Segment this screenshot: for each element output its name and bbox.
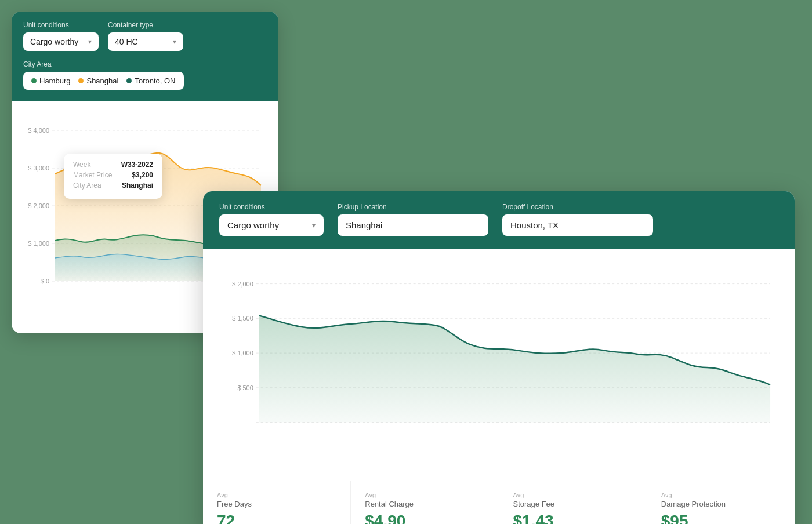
svg-text:$ 4,000: $ 4,000 (28, 127, 49, 134)
dropoff-location-label: Dropoff Location (502, 203, 653, 211)
tooltip-city-row: City Area Shanghai (73, 181, 153, 190)
city-pill-hamburg: Hamburg (31, 77, 70, 85)
svg-text:$ 500: $ 500 (237, 384, 253, 391)
stat-damage-protection: Avg Damage Protection $95 (647, 481, 795, 524)
stat-storage-fee-value: $1.43 (513, 512, 633, 524)
front-unit-conditions-filter: Unit conditions Cargo worthy ▾ (219, 203, 324, 236)
tooltip-city-label: City Area (73, 181, 102, 190)
dropoff-location-value: Houston, TX (510, 220, 559, 230)
front-unit-conditions-select[interactable]: Cargo worthy ▾ (219, 214, 324, 236)
container-type-select[interactable]: 40 HC ▾ (108, 32, 183, 51)
unit-conditions-select[interactable]: Cargo worthy ▾ (23, 32, 99, 51)
tooltip-city-value: Shanghai (122, 181, 153, 190)
tooltip-price-row: Market Price $3,200 (73, 171, 153, 179)
container-type-filter: Container type 40 HC ▾ (108, 21, 183, 51)
unit-conditions-label: Unit conditions (23, 21, 99, 29)
stat-free-days-value: 72 (217, 512, 336, 524)
stat-damage-protection-label: Damage Protection (661, 500, 781, 508)
stat-damage-protection-avg: Avg (661, 492, 781, 498)
city-pill-toronto: Toronto, ON (126, 77, 175, 85)
dropoff-location-input[interactable]: Houston, TX (502, 214, 653, 236)
svg-text:$ 2,000: $ 2,000 (232, 281, 253, 288)
container-type-value: 40 HC (115, 37, 138, 46)
container-type-label: Container type (108, 21, 183, 29)
stat-storage-fee-label: Storage Fee (513, 500, 633, 508)
pickup-location-input[interactable]: Shanghai (338, 214, 488, 236)
front-chart-svg: $ 2,000 $ 1,500 $ 1,000 $ 500 (222, 265, 776, 464)
stat-storage-fee-avg: Avg (513, 492, 633, 498)
tooltip-price-value: $3,200 (132, 171, 153, 179)
city-pill-shanghai: Shanghai (78, 77, 118, 85)
card-front-header: Unit conditions Cargo worthy ▾ Pickup Lo… (203, 191, 795, 249)
chevron-down-icon-front: ▾ (312, 221, 316, 230)
stat-free-days-label: Free Days (217, 500, 336, 508)
svg-text:$ 1,000: $ 1,000 (232, 350, 253, 356)
city-area-filter: City Area Hamburg Shanghai Toronto, ON (23, 60, 184, 90)
front-green-area (259, 315, 770, 422)
pickup-location-filter: Pickup Location Shanghai (338, 203, 488, 236)
pickup-location-label: Pickup Location (338, 203, 488, 211)
front-unit-conditions-label: Unit conditions (219, 203, 324, 211)
stat-rental-charge: Avg Rental Charge $4.90 (351, 481, 499, 524)
shipping-price-card: Unit conditions Cargo worthy ▾ Pickup Lo… (203, 191, 795, 524)
tooltip-price-label: Market Price (73, 171, 112, 179)
chart-tooltip: Week W33-2022 Market Price $3,200 City A… (64, 154, 162, 199)
svg-text:$ 0: $ 0 (41, 278, 49, 285)
unit-conditions-filter: Unit conditions Cargo worthy ▾ (23, 21, 99, 51)
unit-conditions-value: Cargo worthy (30, 37, 78, 46)
svg-text:$ 3,000: $ 3,000 (28, 165, 49, 172)
shanghai-dot (78, 78, 84, 83)
hamburg-label: Hamburg (39, 77, 70, 85)
stat-storage-fee: Avg Storage Fee $1.43 (499, 481, 647, 524)
shanghai-label: Shanghai (86, 77, 118, 85)
pickup-location-value: Shanghai (346, 220, 382, 230)
stat-rental-charge-value: $4.90 (365, 512, 484, 524)
city-area-label: City Area (23, 60, 184, 68)
stat-free-days-avg: Avg (217, 492, 336, 498)
tooltip-week-label: Week (73, 161, 90, 169)
stats-row: Avg Free Days 72 Avg Rental Charge $4.90… (203, 481, 795, 524)
toronto-dot (126, 78, 132, 83)
tooltip-week-value: W33-2022 (121, 161, 153, 169)
svg-text:$ 1,000: $ 1,000 (28, 240, 49, 247)
hamburg-dot (31, 78, 37, 83)
front-chart-area: $ 2,000 $ 1,500 $ 1,000 $ 500 (203, 249, 795, 481)
card-back-header: Unit conditions Cargo worthy ▾ Container… (12, 12, 278, 101)
dropoff-location-filter: Dropoff Location Houston, TX (502, 203, 653, 236)
stat-free-days: Avg Free Days 72 (203, 481, 351, 524)
chevron-down-icon: ▾ (88, 38, 92, 46)
stat-rental-charge-avg: Avg (365, 492, 484, 498)
front-unit-conditions-value: Cargo worthy (227, 220, 279, 230)
svg-text:$ 1,500: $ 1,500 (232, 315, 253, 322)
city-pills: Hamburg Shanghai Toronto, ON (23, 72, 184, 90)
chevron-down-icon-2: ▾ (173, 38, 176, 46)
toronto-label: Toronto, ON (135, 77, 175, 85)
stat-rental-charge-label: Rental Charge (365, 500, 484, 508)
svg-text:$ 2,000: $ 2,000 (28, 202, 49, 209)
stat-damage-protection-value: $95 (661, 512, 781, 524)
tooltip-week-row: Week W33-2022 (73, 161, 153, 169)
